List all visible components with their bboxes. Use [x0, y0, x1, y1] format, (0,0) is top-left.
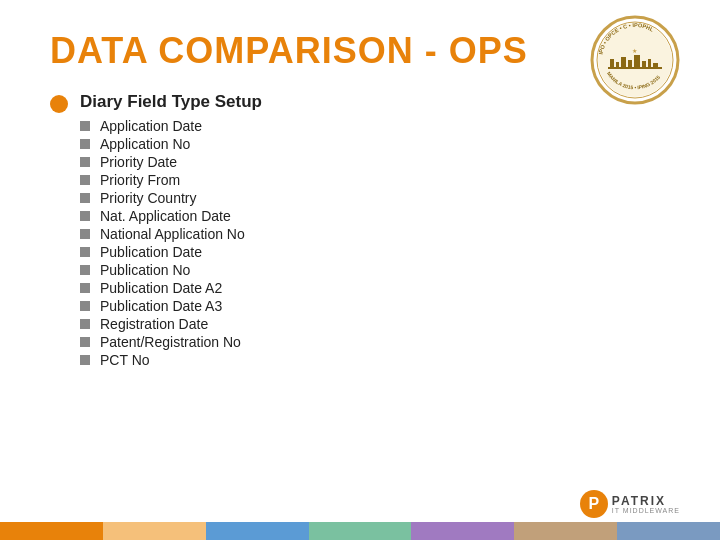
list-item-label: Registration Date — [100, 316, 208, 332]
list-item: Application No — [80, 136, 262, 152]
square-bullet-icon — [80, 121, 90, 131]
list-item-label: Publication Date A2 — [100, 280, 222, 296]
square-bullet-icon — [80, 355, 90, 365]
patrix-p-circle: P — [580, 490, 608, 518]
square-bullet-icon — [80, 193, 90, 203]
list-item: Publication Date A3 — [80, 298, 262, 314]
list-item: Registration Date — [80, 316, 262, 332]
footer-segment — [617, 522, 720, 540]
list-item: Priority From — [80, 172, 262, 188]
list-item-label: Publication Date A3 — [100, 298, 222, 314]
list-item-label: Priority From — [100, 172, 180, 188]
square-bullet-icon — [80, 301, 90, 311]
list-item: Publication No — [80, 262, 262, 278]
patrix-text: PATRIX IT MIDDLEWARE — [612, 495, 680, 514]
list-item-label: Priority Date — [100, 154, 177, 170]
list-item: Application Date — [80, 118, 262, 134]
list-item-label: Priority Country — [100, 190, 196, 206]
list-item-label: Publication Date — [100, 244, 202, 260]
svg-rect-8 — [628, 60, 632, 67]
patrix-sub: IT MIDDLEWARE — [612, 507, 680, 514]
content-area: DATA COMPARISON - OPS IPO • OPCE • C • I… — [0, 0, 720, 522]
list-item-label: PCT No — [100, 352, 150, 368]
list-item-label: Application No — [100, 136, 190, 152]
footer-segment — [0, 522, 103, 540]
svg-rect-6 — [616, 62, 619, 67]
square-bullet-icon — [80, 319, 90, 329]
list-item: Priority Date — [80, 154, 262, 170]
square-bullet-icon — [80, 283, 90, 293]
list-item: Publication Date — [80, 244, 262, 260]
svg-rect-11 — [648, 59, 651, 67]
diary-list: Application DateApplication NoPriority D… — [80, 118, 262, 368]
list-item-label: Nat. Application Date — [100, 208, 231, 224]
list-item-label: National Application No — [100, 226, 245, 242]
square-bullet-icon — [80, 157, 90, 167]
list-item: Patent/Registration No — [80, 334, 262, 350]
svg-rect-9 — [634, 55, 640, 67]
svg-rect-10 — [642, 61, 646, 67]
svg-rect-4 — [608, 67, 662, 69]
list-item: National Application No — [80, 226, 262, 242]
square-bullet-icon — [80, 175, 90, 185]
main-container: DATA COMPARISON - OPS IPO • OPCE • C • I… — [0, 0, 720, 540]
square-bullet-icon — [80, 229, 90, 239]
page-title: DATA COMPARISON - OPS — [50, 30, 670, 72]
patrix-name: PATRIX — [612, 495, 680, 507]
square-bullet-icon — [80, 265, 90, 275]
svg-rect-7 — [621, 57, 626, 67]
diary-content: Diary Field Type Setup Application DateA… — [80, 92, 262, 368]
diary-section: Diary Field Type Setup Application DateA… — [50, 92, 670, 368]
svg-rect-5 — [610, 59, 614, 67]
diary-heading: Diary Field Type Setup — [80, 92, 262, 112]
conference-logo: IPO • OPCE • C • IPOPHL MANILA 2015 • IP… — [590, 15, 680, 105]
list-item: Publication Date A2 — [80, 280, 262, 296]
square-bullet-icon — [80, 139, 90, 149]
square-bullet-icon — [80, 337, 90, 347]
list-item: Priority Country — [80, 190, 262, 206]
section-bullet — [50, 95, 68, 113]
svg-rect-12 — [653, 63, 658, 67]
footer-segment — [411, 522, 514, 540]
footer-segment — [309, 522, 412, 540]
list-item-label: Patent/Registration No — [100, 334, 241, 350]
list-item: PCT No — [80, 352, 262, 368]
square-bullet-icon — [80, 211, 90, 221]
footer-segment — [514, 522, 617, 540]
square-bullet-icon — [80, 247, 90, 257]
list-item-label: Application Date — [100, 118, 202, 134]
svg-text:★: ★ — [632, 48, 637, 54]
list-item-label: Publication No — [100, 262, 190, 278]
list-item: Nat. Application Date — [80, 208, 262, 224]
footer-segment — [206, 522, 309, 540]
patrix-logo: P PATRIX IT MIDDLEWARE — [580, 490, 680, 518]
footer-segment — [103, 522, 206, 540]
footer-bar — [0, 522, 720, 540]
